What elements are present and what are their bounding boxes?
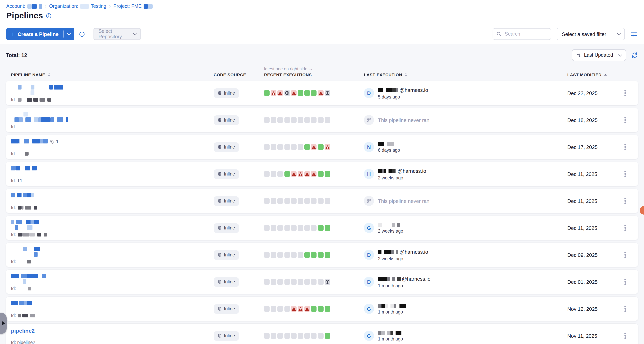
execution-success-square[interactable] [311,252,317,258]
search-input[interactable] [504,31,548,37]
create-pipeline-dropdown-chevron-icon[interactable] [67,31,71,35]
execution-success-square[interactable] [324,333,330,339]
refresh-icon[interactable] [631,52,638,59]
recent-executions [264,117,364,123]
row-menu-button[interactable] [623,142,628,152]
execution-success-square[interactable] [298,90,303,96]
execution-success-square[interactable] [318,225,323,231]
pipeline-row[interactable]: Id:InlineD@harness.io2 weeks agoDec 09, … [6,243,638,267]
pipeline-row[interactable]: Id:InlineG2 weeks agoDec 11, 2025 [6,216,638,240]
execution-success-square[interactable] [304,90,310,96]
page-title: Pipelines [6,11,43,20]
execution-failed-square[interactable] [291,90,296,96]
pipeline-row[interactable]: pipeline2Id: pipeline2InlineG1 month ago… [6,324,638,344]
execution-success-square[interactable] [311,90,317,96]
breadcrumb-organization-link[interactable]: Organization: [49,3,78,9]
execution-failed-square[interactable] [298,171,303,177]
execution-failed-square[interactable] [311,144,317,150]
execution-empty-square [284,306,290,312]
execution-failed-square[interactable] [271,90,276,96]
pipeline-row[interactable]: 1Id:InlineN6 days agoDec 17, 2025 [6,135,638,159]
execution-empty-square [264,198,270,204]
execution-success-square[interactable] [264,90,270,96]
user-avatar: H [364,169,374,179]
database-icon [218,172,222,176]
create-info-icon[interactable] [79,31,85,37]
pipeline-row[interactable]: Id:InlineThis pipeline never ranDec 18, … [6,108,638,132]
execution-empty-square [284,252,290,258]
execution-success-square[interactable] [311,306,317,312]
title-info-icon[interactable] [46,13,52,18]
row-menu-button[interactable] [623,277,628,287]
user-name-redacted [378,250,398,254]
execution-failed-square[interactable] [311,171,317,177]
create-pipeline-button[interactable]: + Create a Pipeline [6,28,74,40]
row-menu-button[interactable] [623,250,628,260]
recent-executions [264,252,364,258]
plus-icon: + [11,31,15,37]
execution-empty-square [298,252,303,258]
row-menu-button[interactable] [623,169,628,179]
execution-failed-square[interactable] [291,171,296,177]
column-header-last-modified[interactable]: LAST MODIFIED [567,72,618,77]
execution-success-square[interactable] [324,171,330,177]
expand-panel-handle[interactable] [0,313,7,334]
row-menu-button[interactable] [623,331,628,341]
execution-aborted-square[interactable] [284,90,290,96]
filter-sliders-icon[interactable] [630,30,638,38]
execution-success-square[interactable] [318,144,323,150]
pipeline-name-link[interactable]: pipeline2 [11,328,35,334]
pipeline-row[interactable]: Id:InlineD@harness.io1 month agoDec 01, … [6,270,638,294]
execution-failed-square[interactable] [318,90,323,96]
pipeline-row[interactable]: Id:InlineThis pipeline never ranDec 11, … [6,189,638,213]
breadcrumb-project-link[interactable]: Project: FME [113,3,142,9]
execution-aborted-square[interactable] [324,279,330,285]
row-menu-button[interactable] [623,304,628,314]
pipeline-row[interactable]: Id:InlineD@harness.io5 days agoDec 22, 2… [6,81,638,105]
execution-failed-square[interactable] [304,171,310,177]
user-name-redacted [378,304,406,308]
sort-dropdown[interactable]: Last Updated [572,49,626,61]
execution-empty-square [271,306,276,312]
execution-failed-square[interactable] [291,306,296,312]
execution-aborted-square[interactable] [324,90,330,96]
sort-both-icon [404,72,408,77]
pipeline-id-label: Id: [11,232,16,237]
execution-failed-square[interactable] [278,90,283,96]
notification-bubble[interactable] [640,206,644,215]
row-menu-button[interactable] [623,115,628,125]
execution-failed-square[interactable] [298,306,303,312]
last-execution-time: 1 month ago [378,336,403,341]
code-source-label: Inline [224,252,235,258]
execution-failed-square[interactable] [304,306,310,312]
pipeline-row[interactable]: Id: T1InlineH@harness.io2 weeks agoDec 1… [6,162,638,186]
execution-success-square[interactable] [318,306,323,312]
row-menu-button[interactable] [623,196,628,206]
select-repository-dropdown[interactable]: Select Repository [93,28,141,40]
execution-success-square[interactable] [284,171,290,177]
row-menu-button[interactable] [623,223,628,233]
execution-success-square[interactable] [324,306,330,312]
column-header-last-execution[interactable]: LAST EXECUTION [364,72,567,77]
execution-success-square[interactable] [318,171,323,177]
saved-filter-dropdown[interactable]: Select a saved filter [557,28,625,40]
execution-success-square[interactable] [304,144,310,150]
code-source-label: Inline [224,144,235,150]
execution-success-square[interactable] [324,225,330,231]
search-icon [496,31,502,37]
execution-success-square[interactable] [324,252,330,258]
execution-success-square[interactable] [304,252,310,258]
execution-empty-square [264,252,270,258]
sort-ascending-icon [604,73,607,76]
execution-failed-square[interactable] [324,144,330,150]
pipeline-row[interactable]: Id:InlineG1 month agoNov 12, 2025 [6,297,638,321]
row-menu-button[interactable] [623,88,628,98]
breadcrumb-org-name-link[interactable]: Testing [91,3,106,9]
last-modified-date: Dec 11, 2025 [567,171,597,177]
breadcrumb-account-link[interactable]: Account: [6,3,25,9]
column-header-pipeline-name[interactable]: PIPELINE NAME [11,72,214,77]
last-execution-time: 2 weeks ago [378,175,426,180]
pipeline-id-redacted [18,206,37,209]
search-box[interactable] [492,28,551,40]
execution-success-square[interactable] [318,252,323,258]
